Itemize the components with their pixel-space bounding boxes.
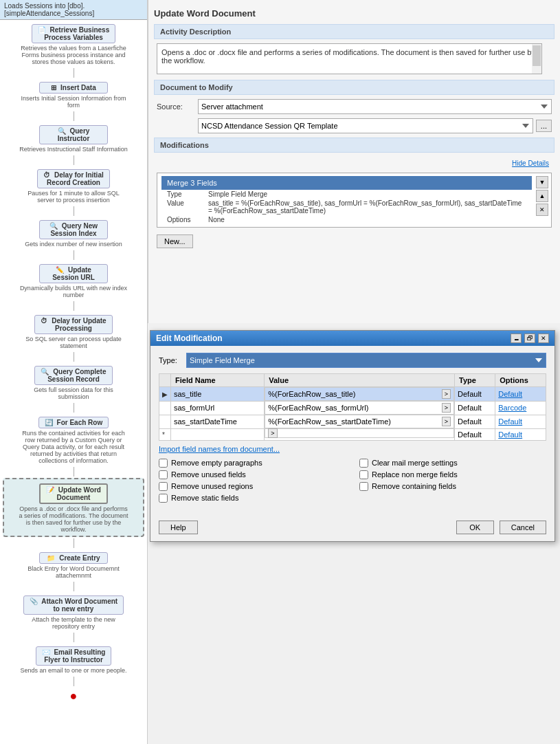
insert-data-box[interactable]: ⊞ Insert Data — [39, 82, 108, 94]
template-select[interactable]: NCSD Attendance Session QR Template — [198, 118, 533, 133]
dialog-title: Edit Modification — [156, 333, 223, 343]
field-value-cell[interactable]: %(ForEachRow_sas_formUrl)> — [265, 401, 454, 415]
query-instructor-box[interactable]: 🔍 Query Instructor — [39, 125, 108, 144]
template-row: NCSD Attendance Session QR Template ... — [154, 118, 555, 133]
field-name-cell[interactable]: sas_title — [171, 387, 265, 402]
value-expand-btn[interactable]: > — [442, 389, 451, 399]
field-options-cell[interactable]: Default — [495, 387, 546, 402]
field-options-link[interactable]: Default — [498, 390, 522, 398]
footer-right-buttons: OK Cancel — [456, 521, 546, 534]
merge-item-header[interactable]: Merge 3 Fields — [161, 176, 532, 190]
delay-initial-box[interactable]: ⏱ Delay for Initial Record Creation — [37, 169, 109, 188]
merge-value-text: sas_title = %(ForEachRow_sas_title), sas… — [208, 199, 526, 215]
source-select[interactable]: Server attachment — [198, 99, 552, 114]
description-scrollbar[interactable] — [532, 44, 541, 74]
checkbox-item: Remove static fields — [159, 494, 346, 503]
move-down-btn[interactable]: ▼ — [536, 176, 548, 188]
field-value-cell[interactable]: > — [265, 428, 454, 438]
browse-button[interactable]: ... — [536, 120, 552, 132]
type-select[interactable]: Simple Field Merge — [186, 353, 546, 368]
insert-data-desc: Inserts Initial Session Information from… — [19, 95, 128, 109]
value-expand-btn[interactable]: > — [268, 428, 277, 438]
merge-options-row: Options None — [161, 215, 532, 224]
field-type-cell: Default — [455, 401, 495, 415]
new-modification-btn[interactable]: New... — [157, 234, 193, 248]
field-type-cell: Default — [455, 415, 495, 428]
checkbox-cb-replace-non[interactable] — [359, 470, 368, 479]
workflow-item-query-instructor[interactable]: 🔍 Query Instructor Retrieves Instruction… — [0, 121, 147, 155]
dialog-minimize-btn[interactable]: 🗕 — [511, 333, 522, 343]
field-options-cell[interactable]: Default — [495, 428, 546, 440]
import-link[interactable]: Import field names from document... — [159, 445, 546, 453]
type-label: Type: — [159, 356, 186, 364]
properties-panel: Update Word Document Activity Descriptio… — [148, 0, 560, 323]
checkbox-cb-unused-regions[interactable] — [159, 482, 168, 491]
checkbox-cb-static-fields[interactable] — [159, 494, 168, 503]
merge-options-value: None — [208, 216, 526, 223]
workflow-item-delay-initial[interactable]: ⏱ Delay for Initial Record Creation Paus… — [0, 165, 147, 206]
table-row[interactable]: *>DefaultDefault — [159, 428, 546, 440]
field-value-cell[interactable]: %(ForEachRow_sas_title)> — [265, 387, 454, 401]
checkboxes-grid: Remove empty paragraphsClear mail merge … — [159, 459, 546, 503]
field-name-cell[interactable]: sas_startDateTime — [171, 415, 265, 428]
checkbox-item: Replace non merge fields — [359, 470, 546, 479]
merge-type-row: Type Simple Field Merge — [161, 190, 532, 199]
checkbox-cb-clear-mail[interactable] — [359, 459, 368, 468]
checkbox-cb-empty-para[interactable] — [159, 459, 168, 468]
row-arrow-cell: * — [159, 428, 171, 440]
label-cb-clear-mail: Clear mail merge settings — [372, 459, 458, 467]
label-cb-empty-para: Remove empty paragraphs — [171, 459, 262, 467]
help-button[interactable]: Help — [159, 521, 198, 534]
field-options-cell[interactable]: Default — [495, 415, 546, 428]
activity-description-header: Activity Description — [154, 24, 555, 39]
minimize-icon: 🗕 — [513, 335, 519, 342]
dialog-restore-btn[interactable]: 🗗 — [524, 333, 535, 343]
workflow-item-retrieve-business[interactable]: 📄 Retrieve Business Process Variables Re… — [0, 20, 147, 68]
ok-button[interactable]: OK — [456, 521, 494, 534]
field-name-cell[interactable] — [171, 428, 265, 440]
field-value-text: %(ForEachRow_sas_startDateTime) — [268, 417, 440, 426]
field-options-link[interactable]: Default — [498, 417, 522, 426]
source-label: Source: — [157, 102, 198, 111]
col-value: Value — [265, 374, 455, 387]
activity-description-text: Opens a .doc or .docx file and performs … — [161, 48, 535, 65]
checkbox-item: Clear mail merge settings — [359, 459, 546, 468]
query-new-session-box[interactable]: 🔍 Query New Session Index — [39, 220, 108, 239]
workflow-item-update-session-url[interactable]: ✏️ Update Session URL Dynamically builds… — [0, 260, 147, 301]
merge-value-row: Value sas_title = %(ForEachRow_sas_title… — [161, 199, 532, 215]
dialog-controls: 🗕 🗗 ✕ — [511, 333, 549, 343]
edit-modification-dialog: Edit Modification 🗕 🗗 ✕ Type: Simple Fie… — [150, 330, 555, 542]
dialog-close-btn[interactable]: ✕ — [538, 333, 549, 343]
table-row[interactable]: sas_formUrl%(ForEachRow_sas_formUrl)>Def… — [159, 401, 546, 415]
move-up-btn[interactable]: ▲ — [536, 190, 548, 202]
cancel-button[interactable]: Cancel — [500, 521, 546, 534]
workflow-item-insert-data[interactable]: ⊞ Insert Data Inserts Initial Session In… — [0, 78, 147, 111]
checkbox-item: Remove unused regions — [159, 482, 346, 491]
table-row[interactable]: ▶sas_title%(ForEachRow_sas_title)>Defaul… — [159, 387, 546, 402]
update-session-url-desc: Dynamically builds URL with new index nu… — [19, 285, 128, 298]
row-arrow-cell: ▶ — [159, 387, 171, 402]
checkbox-cb-containing-fields[interactable] — [359, 482, 368, 491]
update-session-url-box[interactable]: ✏️ Update Session URL — [39, 264, 108, 283]
field-options-link[interactable]: Default — [498, 430, 522, 439]
value-expand-btn[interactable]: > — [442, 403, 451, 413]
field-name-cell[interactable]: sas_formUrl — [171, 401, 265, 415]
field-options-link[interactable]: Barcode — [498, 404, 526, 412]
hide-details-link[interactable]: Hide Details — [157, 158, 552, 168]
delay-initial-desc: Pauses for 1 minute to allow SQL server … — [19, 190, 128, 204]
page-title: Update Word Document — [154, 6, 555, 24]
field-options-cell[interactable]: Barcode — [495, 401, 546, 415]
retrieve-business-box[interactable]: 📄 Retrieve Business Process Variables — [32, 24, 116, 43]
value-expand-btn[interactable]: > — [442, 417, 451, 426]
query-new-session-desc: Gets index number of new insertion — [25, 241, 122, 248]
dialog-body: Type: Simple Field Merge Field Name Valu… — [150, 346, 555, 516]
workflow-item-query-new-session[interactable]: 🔍 Query New Session Index Gets index num… — [0, 216, 147, 250]
table-row[interactable]: sas_startDateTime%(ForEachRow_sas_startD… — [159, 415, 546, 428]
modifications-header: Modifications — [154, 138, 555, 153]
field-type-cell: Default — [455, 387, 495, 402]
checkbox-cb-unused-fields[interactable] — [159, 470, 168, 479]
field-value-cell[interactable]: %(ForEachRow_sas_startDateTime)> — [265, 415, 454, 428]
type-row: Type: Simple Field Merge — [159, 353, 546, 368]
label-cb-containing-fields: Remove containing fields — [372, 482, 456, 490]
delete-mod-btn[interactable]: ✕ — [536, 204, 548, 216]
